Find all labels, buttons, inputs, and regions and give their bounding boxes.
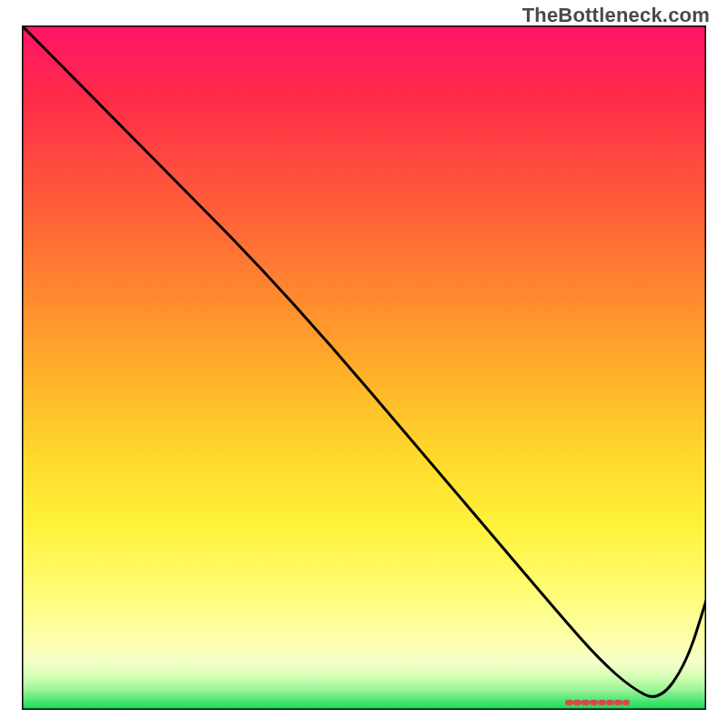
curve-line xyxy=(22,25,706,697)
chart-container: TheBottleneck.com xyxy=(0,0,728,728)
watermark-text: TheBottleneck.com xyxy=(522,4,710,27)
chart-svg xyxy=(22,25,706,710)
plot-area xyxy=(22,25,706,710)
